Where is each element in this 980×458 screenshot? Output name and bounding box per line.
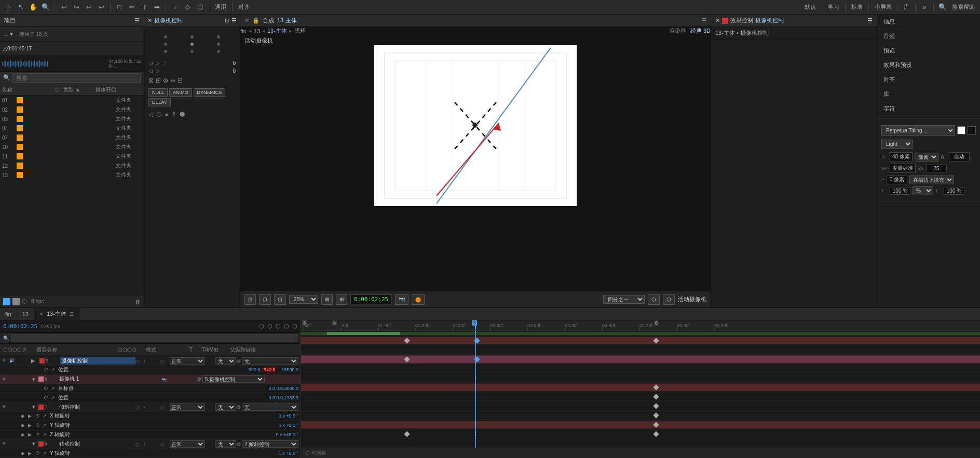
right-nav-library[interactable]: 库 [877, 87, 980, 102]
cam-icon-arrows[interactable]: ⇔ [170, 77, 175, 84]
yrot-value[interactable]: 0 x +0.0 ° [279, 423, 298, 428]
layer-7-trkmat[interactable]: 无 [215, 403, 236, 411]
move-icon[interactable]: ➡ [152, 2, 162, 12]
preview-aspect-btn[interactable]: ⊞ [336, 294, 347, 305]
new-folder-icon[interactable] [12, 298, 20, 305]
preview-camera-btn[interactable]: 📷 [395, 294, 409, 305]
project-item[interactable]: 07 文件夹 [0, 133, 144, 142]
workspace-small[interactable]: 小屏幕 [873, 3, 894, 11]
xrot-value[interactable]: 0 x +0.0 ° [279, 413, 298, 419]
right-nav-effects[interactable]: 效果和预设 [877, 58, 980, 73]
layer-7-parent[interactable]: 无 [242, 403, 298, 411]
cam-icon-resize[interactable]: ⊠ [148, 77, 154, 84]
delay-button[interactable]: DELAY [148, 98, 171, 106]
project-item[interactable]: 11 文件夹 [0, 152, 144, 161]
preview-icon-2[interactable]: ⬡ [663, 294, 675, 305]
workspace-default[interactable]: 默认 [802, 3, 818, 11]
kf-zrot-1[interactable] [653, 412, 659, 418]
kf-icon-y8[interactable]: ◆ [21, 451, 28, 456]
camera-resize-icon[interactable]: ⊡ [225, 17, 229, 24]
camera-3d-icon[interactable]: ⬡ [195, 2, 205, 12]
layer-6-name[interactable]: 摄像机 1 [59, 375, 161, 383]
indent-value[interactable]: 0 像素 [887, 175, 907, 184]
stopwatch-icon2[interactable]: ⏱ [44, 386, 51, 391]
tab-menu-icon[interactable]: ☰ [70, 312, 74, 317]
null-button[interactable]: NULL [148, 88, 168, 97]
rotate-left-icon[interactable]: ↩ [59, 2, 69, 12]
preview-grid-btn[interactable]: ⬡ [259, 294, 271, 305]
effect-menu-icon[interactable]: ☰ [867, 17, 873, 24]
project-menu-icon[interactable]: ☰ [134, 17, 140, 24]
zoom-selector[interactable]: 25% 50% 100% [289, 295, 318, 304]
layer-8-name[interactable]: 转动控制 [59, 440, 135, 448]
anchor-icon[interactable]: ◇ [182, 2, 193, 12]
bc-fin[interactable]: fin [240, 28, 247, 34]
redo-icon[interactable]: ↩ [96, 2, 106, 12]
cam-bottom-icon4[interactable]: ⇑ [171, 111, 176, 118]
font-size-unit[interactable]: 像素 [915, 153, 938, 161]
pos-z[interactable]: , -18000.0 [277, 367, 298, 372]
font-name-selector[interactable]: Perpetua Titling ... [881, 125, 955, 136]
right-nav-preview[interactable]: 预览 [877, 44, 980, 58]
kf-icon3[interactable]: ◆ [21, 432, 28, 437]
stopwatch-icon3[interactable]: ⏱ [44, 395, 51, 400]
delete-icon[interactable]: 🗑 [135, 299, 141, 305]
camera-close-icon[interactable]: ✕ [147, 17, 152, 24]
effect-close-icon[interactable]: ✕ [715, 17, 720, 24]
kf-icon2[interactable]: ◆ [21, 423, 28, 428]
project-item[interactable]: 12 文件夹 [0, 161, 144, 170]
layer-8-parent[interactable]: 7.倾斜控制 [242, 440, 298, 448]
preview-icon-1[interactable]: ⬡ [648, 294, 660, 305]
text-icon[interactable]: T [139, 2, 149, 12]
expand-7[interactable]: ▼ [31, 404, 38, 410]
tl-icon1[interactable]: ⬡ [259, 323, 264, 330]
cam-ctrl-icon1[interactable]: ◁ [148, 60, 153, 66]
plus-icon[interactable]: + [170, 2, 180, 12]
layer-5-trkmat[interactable]: 无 [215, 357, 236, 365]
right-nav-audio[interactable]: 音频 [877, 29, 980, 44]
font-style-selector[interactable]: Light [881, 139, 913, 149]
quality-selector[interactable]: 四分之一 二分之一 完整 [603, 295, 645, 304]
hand-icon[interactable]: ✋ [28, 2, 38, 12]
undo-icon[interactable]: ↩ [84, 2, 94, 12]
project-item[interactable]: 04 文件夹 [0, 124, 144, 133]
project-item[interactable]: 10 文件夹 [0, 142, 144, 152]
bc-13[interactable]: 13 [254, 28, 260, 34]
preview-fit-btn[interactable]: ⊠ [321, 294, 333, 305]
render-icon[interactable]: ⬡ [22, 298, 27, 305]
stopwatch-z[interactable]: ⏱ [35, 432, 43, 437]
kf-xrot-1[interactable] [653, 394, 659, 399]
position-value2[interactable]: 0.0,0.0,1133.3 [268, 395, 298, 400]
pos-y[interactable]: 540.0 [263, 367, 277, 372]
stopwatch-icon[interactable]: ⏱ [44, 367, 51, 372]
preview-3d-btn[interactable]: ⬡ [274, 294, 286, 305]
tracking-value[interactable]: 度量标准 [890, 164, 916, 173]
cam-ctrl-icon4[interactable]: ◁ [148, 68, 153, 74]
layer-7-mode[interactable]: 正常 [169, 403, 205, 411]
bc-huanhuan[interactable]: 黑环 [294, 27, 306, 35]
dynamics-button[interactable]: DYNAMICS [194, 88, 226, 97]
cam-icon-cross[interactable]: ⊗ [163, 77, 168, 84]
project-search-input[interactable] [12, 73, 141, 83]
tl-icon3[interactable]: ⬡ [276, 323, 281, 330]
layer-8-mode[interactable]: 正常 [169, 440, 205, 448]
search-toolbar-icon[interactable]: 🔍 [937, 2, 948, 12]
select-icon[interactable]: ↖ [16, 2, 26, 12]
tab-13[interactable]: 13 [17, 308, 34, 320]
project-item[interactable]: 02 文件夹 [0, 105, 144, 114]
font-size-value[interactable]: 48 像素 [890, 152, 913, 161]
right-nav-info[interactable]: 信息 [877, 15, 980, 29]
tab-13-main[interactable]: ✕ 13-主体 ☰ [34, 308, 79, 320]
tl-bottom-icon1[interactable]: ⬡ [305, 450, 310, 456]
renderer-mode[interactable]: 经典 3D [690, 27, 711, 35]
project-item[interactable]: 03 文件夹 [0, 114, 144, 124]
kf-icon1[interactable]: ◆ [21, 413, 28, 419]
cam-ctrl-icon3[interactable]: ≡ [163, 60, 166, 66]
workspace-general[interactable]: 通用 [213, 3, 228, 11]
shape-icon[interactable]: □ [114, 2, 125, 12]
layer-5-parent[interactable]: 无 [242, 357, 298, 365]
cam-ctrl-icon2[interactable]: ▷ [156, 60, 160, 66]
pen-icon[interactable]: ✏ [127, 2, 137, 12]
animo-button[interactable]: ANIMO [169, 88, 192, 97]
expand-5[interactable]: ▶ [31, 358, 38, 363]
